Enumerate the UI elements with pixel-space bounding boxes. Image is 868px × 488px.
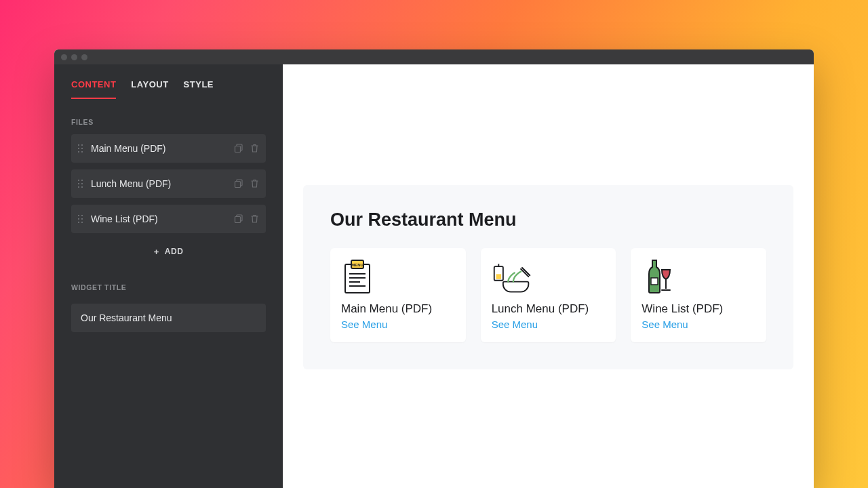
tab-style[interactable]: STYLE [184,79,214,99]
file-item[interactable]: Wine List (PDF) [71,205,266,233]
svg-rect-5 [235,217,241,223]
drag-handle-icon[interactable] [78,144,83,152]
menu-card: MENU Main Menu (PDF) See Menu [330,248,466,342]
trash-icon[interactable] [250,144,259,153]
trash-icon[interactable] [250,214,259,224]
add-file-button[interactable]: + ADD [71,239,266,264]
tab-layout[interactable]: LAYOUT [131,79,168,99]
svg-rect-15 [496,274,501,279]
svg-rect-1 [235,146,241,152]
window-titlebar [54,49,814,64]
preview-widget: Our Restaurant Menu MENU [303,185,793,369]
sidebar-tabs: CONTENT LAYOUT STYLE [71,79,266,99]
see-menu-link[interactable]: See Menu [341,319,455,330]
trash-icon[interactable] [250,179,259,188]
preview-title: Our Restaurant Menu [330,209,766,230]
file-name: Main Menu (PDF) [91,143,226,154]
file-item[interactable]: Lunch Menu (PDF) [71,169,266,198]
tab-content[interactable]: CONTENT [71,79,116,99]
menu-card: Lunch Menu (PDF) See Menu [481,248,616,342]
sidebar: CONTENT LAYOUT STYLE FILES Main Menu (PD… [54,64,283,488]
menu-card-name: Main Menu (PDF) [341,302,455,316]
app-window: CONTENT LAYOUT STYLE FILES Main Menu (PD… [54,49,814,488]
copy-icon[interactable] [234,214,243,224]
drag-handle-icon[interactable] [78,180,83,188]
plus-icon: + [154,247,159,257]
preview-pane: Our Restaurant Menu MENU [283,64,814,488]
file-name: Wine List (PDF) [91,214,226,224]
see-menu-link[interactable]: See Menu [642,319,755,330]
file-name: Lunch Menu (PDF) [91,178,226,189]
menu-card-name: Wine List (PDF) [642,302,755,316]
svg-rect-3 [235,182,241,188]
menu-card: Wine List (PDF) See Menu [631,248,766,342]
files-section-label: FILES [71,118,266,126]
svg-rect-18 [651,278,658,285]
menu-grid: MENU Main Menu (PDF) See Menu [330,248,766,342]
menu-card-name: Lunch Menu (PDF) [492,302,606,316]
wine-bottle-icon [642,259,682,294]
drag-handle-icon[interactable] [78,215,83,223]
workspace: CONTENT LAYOUT STYLE FILES Main Menu (PD… [54,64,814,488]
add-label: ADD [165,247,184,256]
svg-text:MENU: MENU [351,263,363,267]
widget-title-input[interactable] [71,304,266,332]
window-close-dot[interactable] [61,54,67,60]
menu-card-icon: MENU [341,259,382,294]
food-bowl-icon [492,259,532,294]
copy-icon[interactable] [234,179,243,188]
copy-icon[interactable] [234,144,243,153]
window-minimize-dot[interactable] [71,54,77,60]
window-maximize-dot[interactable] [81,54,87,60]
file-item[interactable]: Main Menu (PDF) [71,134,266,163]
see-menu-link[interactable]: See Menu [492,319,606,330]
widget-title-label: WIDGET TITLE [71,283,266,291]
file-list: Main Menu (PDF) Lunch Menu (PDF) [71,134,266,233]
